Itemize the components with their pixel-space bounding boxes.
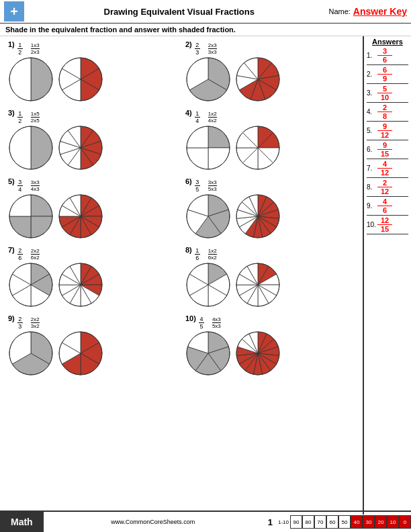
answer-number: 2.: [367, 71, 377, 78]
original-circle: [185, 125, 231, 172]
score-label: 1-10: [278, 519, 289, 525]
problem-item: 7) 2 6 2x2 6x2: [5, 245, 180, 310]
answer-column: Answers 1. 3 6 2. 6 9 3. 5 10 4. 2 8 5. …: [363, 36, 411, 515]
problem-item: 3) 1 2 1x5 2x5: [5, 107, 180, 173]
instructions: Shade in the equivalent fraction and ans…: [0, 24, 411, 36]
page-header: Drawing Equivalent Visual Fractions Name…: [0, 0, 411, 24]
answer-fraction: 4 12: [377, 160, 392, 177]
original-fraction: 1 2: [17, 42, 23, 56]
score-box: 0: [399, 515, 411, 529]
equivalent-circle: [58, 193, 103, 240]
mult-fraction: 1x2 4x2: [208, 111, 217, 124]
mult-fraction: 4x3 5x3: [212, 316, 221, 329]
problem-number: 10): [185, 314, 196, 322]
score-box: 50: [338, 515, 351, 529]
problem-header: 4) 1 4 1x2 4x2: [185, 109, 355, 124]
score-box: 80: [302, 515, 314, 529]
original-fraction: 3 4: [17, 179, 23, 193]
equivalent-circle: [235, 56, 281, 103]
score-box: 10: [387, 515, 399, 529]
answer-fraction: 4 6: [377, 197, 392, 214]
problem-number: 7): [8, 246, 15, 254]
footer-center: www.CommonCoreSheets.com: [44, 519, 263, 525]
answer-number: 6.: [367, 146, 377, 153]
mult-fraction: 1x3 2x3: [31, 42, 40, 55]
equivalent-circle: [58, 262, 103, 309]
original-circle: [8, 193, 54, 240]
problem-header: 10) 4 5 4x3 5x3: [185, 314, 355, 330]
score-box: 20: [375, 515, 387, 529]
original-circle: [185, 330, 231, 378]
mult-fraction: 3x3 5x3: [208, 179, 217, 192]
problem-number: 8): [185, 246, 192, 254]
original-fraction: 2 3: [17, 316, 23, 330]
problem-header: 5) 3 4 3x3 4x3: [8, 177, 177, 193]
original-circle: [8, 330, 54, 378]
problem-header: 8) 1 6 1x2 6x2: [185, 246, 355, 261]
score-boxes-list: 9080706050403020100: [290, 515, 411, 529]
header-icon: [4, 1, 24, 21]
circles-row: [8, 56, 177, 103]
mult-fraction: 1x5 2x5: [31, 111, 40, 124]
problem-item: 1) 1 2 1x3 2x3: [5, 39, 180, 105]
answer-item: 10. 12 15: [367, 216, 408, 234]
page-title: Drawing Equivalent Visual Fractions: [30, 7, 328, 17]
answer-fraction: 12 15: [377, 216, 392, 233]
original-circle: [8, 125, 54, 172]
answer-number: 7.: [367, 165, 377, 172]
main-content: 1) 1 2 1x3 2x3 2) 2 3 2x3 3x3: [0, 36, 411, 515]
score-boxes: 1-10 9080706050403020100: [278, 515, 411, 529]
answer-fraction: 2 8: [377, 103, 392, 120]
circles-row: [185, 56, 355, 103]
answer-number: 5.: [367, 127, 377, 134]
original-circle: [185, 56, 231, 103]
answer-item: 5. 9 12: [367, 122, 408, 140]
original-fraction: 3 5: [195, 179, 200, 193]
answer-fraction: 2 12: [377, 179, 392, 195]
circles-row: [8, 262, 177, 309]
answers-list: 1. 3 6 2. 6 9 3. 5 10 4. 2 8 5. 9 12 6. …: [367, 47, 408, 234]
problem-item: 9) 2 3 2x2 3x2: [5, 313, 180, 379]
answer-item: 3. 5 10: [367, 85, 408, 103]
mult-fraction: 3x3 4x3: [31, 179, 40, 192]
answer-item: 4. 2 8: [367, 103, 408, 122]
answer-item: 1. 3 6: [367, 47, 408, 65]
answers-title: Answers: [367, 38, 408, 46]
original-circle: [8, 56, 54, 103]
name-label: Name:: [328, 7, 350, 15]
problem-number: 4): [185, 109, 192, 117]
page-number: 1: [268, 517, 273, 527]
answer-number: 9.: [367, 202, 377, 210]
problem-number: 3): [8, 109, 15, 117]
answer-fraction: 3 6: [377, 47, 392, 64]
original-fraction: 2 3: [195, 42, 200, 56]
answer-item: 9. 4 6: [367, 197, 408, 216]
original-circle: [185, 262, 231, 309]
original-circle: [8, 262, 54, 309]
equivalent-circle: [58, 56, 103, 103]
problem-item: 6) 3 5 3x3 5x3: [183, 176, 357, 242]
answer-number: 10.: [367, 221, 377, 228]
footer: Math www.CommonCoreSheets.com 1 1-10 908…: [0, 511, 411, 532]
circles-row: [185, 125, 355, 172]
answer-number: 3.: [367, 89, 377, 97]
problem-header: 2) 2 3 2x3 3x3: [185, 40, 355, 56]
problem-item: 2) 2 3 2x3 3x3: [183, 39, 357, 105]
original-fraction: 1 2: [17, 110, 23, 124]
mult-fraction: 2x2 3x2: [31, 316, 40, 329]
original-fraction: 1 6: [195, 247, 200, 261]
circles-row: [8, 125, 177, 172]
circles-row: [185, 330, 355, 378]
problem-header: 7) 2 6 2x2 6x2: [8, 246, 177, 261]
problem-number: 9): [8, 314, 15, 322]
problem-header: 1) 1 2 1x3 2x3: [8, 40, 177, 56]
equivalent-circle: [235, 330, 281, 378]
equivalent-circle: [235, 193, 281, 240]
answer-fraction: 6 9: [377, 66, 392, 83]
equivalent-circle: [58, 330, 103, 378]
score-box: 60: [326, 515, 338, 529]
answer-fraction: 9 12: [377, 122, 392, 139]
problem-item: 8) 1 6 1x2 6x2: [183, 245, 357, 310]
original-fraction: 2 6: [17, 247, 23, 261]
answer-number: 1.: [367, 52, 377, 59]
